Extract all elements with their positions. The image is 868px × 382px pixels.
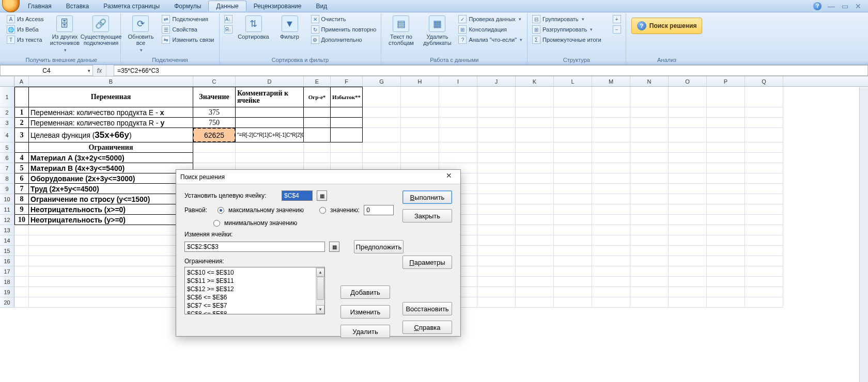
sort-desc-button[interactable]: Я↓ [223, 25, 234, 34]
name-box[interactable]: C4▾ [0, 65, 93, 76]
cell[interactable] [439, 87, 477, 107]
cell[interactable] [477, 287, 516, 297]
cell[interactable] [745, 287, 783, 297]
cell[interactable] [630, 235, 669, 246]
cell[interactable] [439, 128, 477, 142]
cell[interactable] [592, 128, 630, 142]
tab-insert[interactable]: Вставка [59, 1, 97, 11]
col-B[interactable]: B [29, 76, 193, 86]
cell[interactable] [554, 297, 592, 308]
cell[interactable] [304, 107, 331, 118]
cell[interactable] [236, 107, 304, 118]
cell[interactable] [592, 225, 630, 235]
clear-filter-button[interactable]: ✕Очистить [309, 14, 378, 24]
cell[interactable] [439, 153, 477, 163]
cell[interactable]: 3 [14, 128, 29, 142]
cell[interactable] [592, 297, 630, 308]
from-other-sources-button[interactable]: 🗄Из других источников▾ [48, 14, 81, 53]
cell[interactable] [554, 142, 592, 153]
cell[interactable] [669, 297, 707, 308]
row-1[interactable]: 1 [0, 87, 14, 107]
cell[interactable]: Целевая функция (35x+66y) [29, 128, 193, 142]
cell[interactable] [669, 87, 707, 107]
cell[interactable] [745, 277, 783, 287]
cell[interactable] [554, 128, 592, 142]
col-J[interactable]: J [477, 76, 516, 86]
col-C[interactable]: C [193, 76, 236, 86]
formula-input[interactable]: =35*C2+66*C3 [114, 65, 868, 76]
cell[interactable] [669, 256, 707, 266]
cell[interactable] [707, 204, 745, 215]
cell[interactable] [193, 142, 236, 153]
cell[interactable] [707, 163, 745, 173]
restore-icon[interactable]: ▭ [839, 2, 850, 11]
cell[interactable] [630, 163, 669, 173]
close-icon[interactable]: ✕ [442, 171, 456, 183]
row-5[interactable]: 5 [0, 142, 14, 153]
cell[interactable] [331, 142, 363, 153]
reapply-button[interactable]: ↻Применить повторно [309, 25, 378, 34]
cell[interactable] [516, 194, 554, 204]
col-H[interactable]: H [401, 76, 439, 86]
col-A[interactable]: A [14, 76, 29, 86]
cell[interactable] [592, 142, 630, 153]
cell[interactable] [363, 142, 401, 153]
cell[interactable] [745, 194, 783, 204]
col-L[interactable]: L [554, 76, 592, 86]
scroll-down-icon[interactable]: ▼ [316, 305, 324, 314]
cell[interactable]: Материал A (3x+2y<=5000) [29, 153, 193, 163]
cell[interactable] [401, 153, 439, 163]
cell[interactable] [554, 118, 592, 128]
cell[interactable]: Неотрицательность (x>=0) [29, 204, 193, 215]
cell[interactable] [554, 215, 592, 225]
cell[interactable] [592, 194, 630, 204]
cell[interactable] [554, 204, 592, 215]
consolidate-button[interactable]: ⊞Консолидация [457, 25, 524, 34]
cell[interactable] [401, 87, 439, 107]
cell[interactable]: Комментарий к ячейке [236, 87, 304, 107]
cell[interactable] [477, 163, 516, 173]
cell[interactable] [669, 287, 707, 297]
value-radio[interactable] [319, 207, 326, 214]
cell[interactable] [477, 107, 516, 118]
cell[interactable] [745, 235, 783, 246]
help-button[interactable]: Справка [402, 321, 452, 334]
col-F[interactable]: F [331, 76, 363, 86]
row-12[interactable]: 12 [0, 215, 14, 225]
cell[interactable] [669, 204, 707, 215]
dialog-title-bar[interactable]: Поиск решения ✕ [176, 170, 460, 184]
cell[interactable] [630, 277, 669, 287]
max-radio[interactable] [218, 207, 224, 214]
tab-formulas[interactable]: Формулы [167, 1, 208, 11]
cell[interactable] [745, 118, 783, 128]
cell[interactable] [707, 128, 745, 142]
cell[interactable] [363, 118, 401, 128]
cell[interactable] [236, 153, 304, 163]
cell[interactable] [477, 87, 516, 107]
vertical-scrollbar[interactable] [859, 87, 868, 382]
cell[interactable] [630, 287, 669, 297]
cell[interactable] [630, 204, 669, 215]
cell[interactable] [707, 142, 745, 153]
row-4[interactable]: 4 [0, 128, 14, 142]
what-if-button[interactable]: ?Анализ "что-если"▾ [457, 35, 524, 44]
cell[interactable] [707, 277, 745, 287]
cell[interactable] [745, 256, 783, 266]
scroll-up-icon[interactable]: ▲ [316, 268, 324, 277]
cell[interactable] [516, 266, 554, 277]
guess-button[interactable]: Предположить [354, 240, 404, 253]
cell[interactable] [592, 184, 630, 194]
cell[interactable]: 1 [14, 107, 29, 118]
col-D[interactable]: D [236, 76, 304, 86]
cell[interactable] [630, 256, 669, 266]
cell[interactable] [669, 194, 707, 204]
advanced-button[interactable]: ⚙Дополнительно [309, 35, 378, 44]
cell[interactable] [707, 194, 745, 204]
list-scrollbar[interactable]: ▲ ▼ [316, 267, 324, 314]
cell[interactable]: Переменная [29, 87, 193, 107]
cell[interactable] [516, 287, 554, 297]
cell[interactable] [592, 277, 630, 287]
cell[interactable] [516, 277, 554, 287]
cell[interactable] [745, 297, 783, 308]
cell[interactable] [14, 277, 29, 287]
